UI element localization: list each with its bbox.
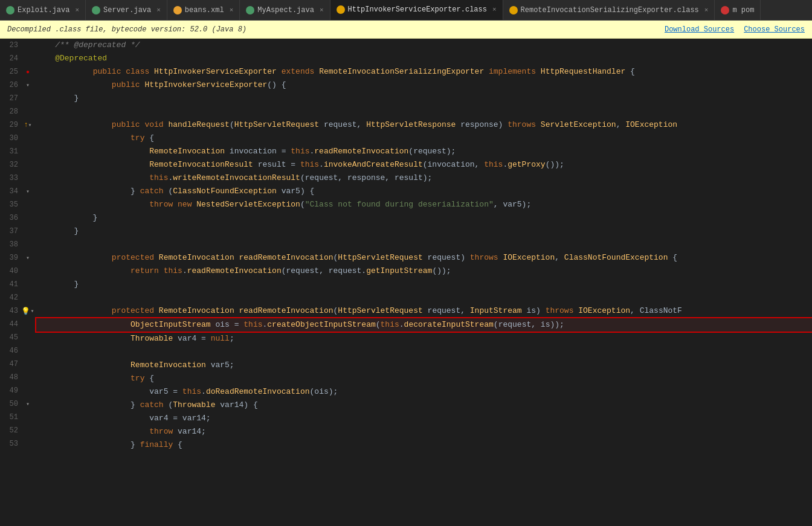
- gutter-icon-50[interactable]: ▾: [23, 400, 33, 408]
- line-num-44: 44: [4, 320, 23, 329]
- code-line-37: }: [36, 225, 812, 238]
- gutter-row-47: 47: [4, 358, 34, 371]
- line-num-23: 23: [4, 41, 23, 50]
- tab-label-remoteinvocation: RemoteInvocationSerializingExporter.clas…: [521, 6, 699, 14]
- line-num-36: 36: [4, 214, 23, 222]
- line-num-27: 27: [4, 94, 23, 103]
- gutter-row-23: 23: [4, 39, 34, 52]
- gutter-row-42: 42: [4, 291, 34, 304]
- tab-close-server[interactable]: ×: [156, 7, 161, 14]
- tab-icon-exploit: [6, 6, 14, 14]
- editor: 23 24 25 ● 26 ▾ 27 28 29: [0, 39, 812, 526]
- gutter-row-35: 35: [4, 198, 34, 211]
- fold-26[interactable]: ▾: [26, 82, 30, 89]
- gutter-icon-39[interactable]: ▾: [23, 254, 33, 261]
- code-line-27: }: [36, 92, 812, 105]
- tab-label-myaspect: MyAspect.java: [257, 6, 314, 14]
- line-num-25: 25: [4, 68, 23, 76]
- gutter-row-46: 46: [4, 344, 34, 358]
- code-text-41: }: [36, 278, 79, 291]
- breakpoint-25: ●: [26, 69, 30, 75]
- gutter-row-36: 36: [4, 211, 34, 225]
- tab-icon-beans: [173, 6, 182, 14]
- gutter-row-31: 31: [4, 145, 34, 158]
- tab-server[interactable]: Server.java ×: [86, 0, 167, 21]
- line-num-34: 34: [4, 187, 23, 196]
- code-line-35: throw new NestedServletException("Class …: [36, 198, 812, 211]
- info-bar-actions: Download Sources Choose Sources: [665, 25, 805, 34]
- tab-pom[interactable]: m pom: [715, 0, 761, 21]
- tab-httpinvoker[interactable]: HttpInvokerServiceExporter.class ×: [330, 0, 503, 21]
- fold-50[interactable]: ▾: [26, 400, 30, 408]
- left-strip: [0, 39, 4, 526]
- info-bar: Decompiled .class file, bytecode version…: [0, 21, 812, 39]
- code-text-36: }: [36, 211, 97, 225]
- gutter-row-40: 40: [4, 265, 34, 278]
- gutter-row-28: 28: [4, 105, 34, 118]
- line-num-30: 30: [4, 134, 23, 143]
- tab-myaspect[interactable]: MyAspect.java ×: [240, 0, 330, 21]
- tab-close-remoteinvocation[interactable]: ×: [704, 7, 709, 14]
- download-sources-button[interactable]: Download Sources: [665, 25, 734, 34]
- line-num-39: 39: [4, 254, 23, 262]
- gutter-icon-25: ●: [23, 69, 33, 75]
- line-num-47: 47: [4, 360, 23, 368]
- code-line-23: /** @deprecated */: [36, 39, 812, 52]
- fold-34[interactable]: ▾: [26, 188, 30, 195]
- gutter-row-50: 50 ▾: [4, 397, 34, 411]
- tab-icon-remoteinvocation: [509, 6, 518, 14]
- fold-29[interactable]: ▾: [28, 121, 32, 129]
- fold-39[interactable]: ▾: [26, 254, 30, 261]
- tab-label-pom: m pom: [732, 6, 754, 14]
- gutter-row-49: 49: [4, 384, 34, 397]
- line-num-33: 33: [4, 174, 23, 182]
- tab-label-exploit: Exploit.java: [18, 6, 69, 14]
- code-area[interactable]: /** @deprecated */ @Deprecated public cl…: [34, 39, 812, 526]
- line-num-32: 32: [4, 161, 23, 169]
- gutter-icon-29: ↑ ▾: [23, 121, 33, 129]
- code-text-37: }: [36, 225, 79, 238]
- gutter-row-27: 27: [4, 92, 34, 105]
- line-num-50: 50: [4, 400, 23, 408]
- gutter-row-25: 25 ●: [4, 65, 34, 79]
- tab-beans[interactable]: beans.xml ×: [167, 0, 240, 21]
- gutter-row-53: 53: [4, 437, 34, 451]
- tab-close-beans[interactable]: ×: [230, 7, 234, 14]
- gutter-row-24: 24: [4, 52, 34, 65]
- gutter-row-33: 33: [4, 172, 34, 185]
- line-num-37: 37: [4, 227, 23, 236]
- tab-remoteinvocation[interactable]: RemoteInvocationSerializingExporter.clas…: [503, 0, 715, 21]
- gutter-icon-26[interactable]: ▾: [23, 82, 33, 89]
- choose-sources-button[interactable]: Choose Sources: [744, 25, 805, 34]
- code-text-27: }: [36, 92, 79, 105]
- tab-icon-myaspect: [246, 6, 254, 14]
- tab-label-beans: beans.xml: [185, 6, 224, 14]
- code-text-23: /** @deprecated */: [36, 39, 140, 52]
- code-line-41: }: [36, 278, 812, 291]
- line-num-38: 38: [4, 240, 23, 249]
- line-num-46: 46: [4, 347, 23, 355]
- line-num-52: 52: [4, 426, 23, 435]
- gutter-row-43: 43 💡 ▾: [4, 304, 34, 318]
- tab-icon-server: [92, 6, 100, 14]
- tab-icon-httpinvoker: [337, 5, 345, 14]
- line-num-48: 48: [4, 373, 23, 382]
- line-num-24: 24: [4, 54, 23, 63]
- line-num-40: 40: [4, 267, 23, 275]
- line-num-45: 45: [4, 333, 23, 342]
- code-line-45: Throwable var4 = null;: [36, 332, 812, 345]
- line-num-49: 49: [4, 386, 23, 395]
- gutter-row-45: 45: [4, 331, 34, 344]
- line-num-42: 42: [4, 293, 23, 302]
- tab-close-httpinvoker[interactable]: ×: [492, 6, 497, 13]
- gutter-row-39: 39 ▾: [4, 251, 34, 265]
- tab-exploit[interactable]: Exploit.java ×: [0, 0, 86, 21]
- gutter-icon-34[interactable]: ▾: [23, 188, 33, 195]
- gutter-row-41: 41: [4, 278, 34, 291]
- info-bar-text: Decompiled .class file, bytecode version…: [7, 25, 246, 34]
- gutter-row-44: 44: [4, 318, 34, 331]
- code-line-53: } finally {: [36, 438, 812, 452]
- gutter-row-29: 29 ↑ ▾: [4, 118, 34, 132]
- tab-close-exploit[interactable]: ×: [75, 7, 79, 14]
- tab-close-myaspect[interactable]: ×: [320, 7, 324, 14]
